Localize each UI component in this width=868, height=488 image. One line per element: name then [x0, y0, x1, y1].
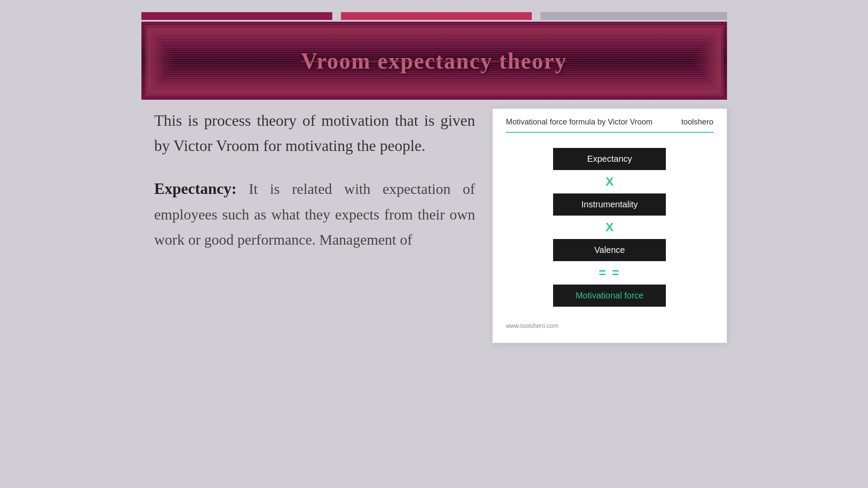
slide-container: Vroom expectancy theory This is process … — [141, 0, 727, 488]
progress-bar-3 — [540, 12, 727, 20]
formula-url: www.toolshero.com — [506, 322, 558, 329]
operator-x-1: X — [606, 175, 614, 189]
expectancy-label: Expectancy: — [154, 180, 237, 197]
formula-title: Motivational force formula by Victor Vro… — [506, 118, 652, 127]
formula-header: Motivational force formula by Victor Vro… — [506, 118, 713, 127]
formula-box: Motivational force formula by Victor Vro… — [492, 108, 727, 343]
main-content: This is process theory of motivation tha… — [141, 108, 727, 343]
header-banner: Vroom expectancy theory — [141, 22, 727, 100]
expectancy-button[interactable]: Expectancy — [553, 148, 666, 170]
progress-bar-gap-1 — [332, 12, 341, 20]
formula-footer: www.toolshero.com — [506, 322, 713, 330]
text-area: This is process theory of motivation tha… — [141, 108, 475, 343]
operator-equals: = = — [599, 266, 620, 280]
motivational-force-button[interactable]: Motivational force — [553, 285, 666, 307]
operator-x-2: X — [606, 220, 614, 234]
formula-brand: toolshero — [681, 118, 713, 127]
formula-items: Expectancy X Instrumentality X Valence =… — [506, 146, 713, 309]
progress-bar-gap-2 — [532, 12, 540, 20]
instrumentality-button[interactable]: Instrumentality — [553, 193, 666, 216]
slide-title: Vroom expectancy theory — [301, 48, 567, 74]
progress-bar-2 — [341, 12, 532, 20]
formula-divider — [506, 132, 713, 133]
intro-paragraph: This is process theory of motivation tha… — [154, 108, 475, 158]
valence-button[interactable]: Valence — [553, 239, 666, 261]
progress-bar-container — [141, 12, 727, 20]
expectancy-section: Expectancy: It is related with expectati… — [154, 176, 475, 252]
progress-bar-1 — [141, 12, 332, 20]
motivational-force-label: Motivational force — [576, 291, 644, 300]
